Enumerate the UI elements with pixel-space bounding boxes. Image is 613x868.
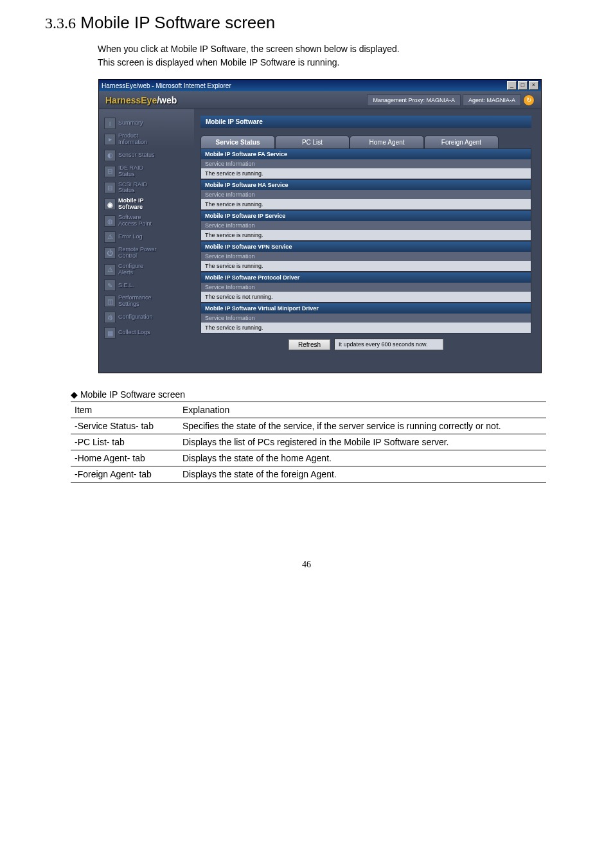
pencil-icon: ✎ <box>104 279 116 291</box>
service-status: The service is not running. <box>201 292 531 302</box>
tab-foreign-agent[interactable]: Foreign Agent <box>424 136 499 148</box>
service-status: The service is running. <box>201 168 531 179</box>
logs-icon: ▦ <box>104 327 116 339</box>
logo-prefix: HarnessEye <box>105 95 157 105</box>
sidebar-item-label: Mobile IPSoftware <box>118 198 144 211</box>
expl-cell: Displays the state of the home Agent. <box>179 450 546 466</box>
item-cell: -Foreign Agent- tab <box>71 466 179 483</box>
service-block: Mobile IP Software Virtual Miniport Driv… <box>200 303 531 333</box>
logo-suffix: /web <box>157 95 177 105</box>
sensor-icon: ◐ <box>104 150 116 161</box>
service-name: Mobile IP Software VPN Service <box>201 242 531 252</box>
window-title: HarnessEye/web - Microsoft Internet Expl… <box>102 82 231 89</box>
table-header-row: Item Explanation <box>71 402 546 418</box>
sidebar-item-label: Summary <box>118 120 143 127</box>
service-status: The service is running. <box>201 230 531 240</box>
content-panel: Mobile IP Software Service Status PC Lis… <box>194 109 541 373</box>
product-icon: ▸ <box>104 134 116 145</box>
sidebar-item-label: Collect Logs <box>118 330 150 336</box>
sidebar-item-label: SCSI RAIDStatus <box>118 182 147 195</box>
expl-cell: Displays the state of the foreign Agent. <box>179 466 546 483</box>
description-block: When you click at Mobile IP Software, th… <box>98 42 568 69</box>
definition-table: Item Explanation -Service Status- tab Sp… <box>71 402 546 483</box>
sidebar-item-label: Configuration <box>118 314 153 321</box>
service-status: The service is running. <box>201 199 531 209</box>
sidebar-item-collect-logs[interactable]: ▦ Collect Logs <box>102 325 191 341</box>
sidebar-item-product[interactable]: ▸ ProductInformation <box>102 131 191 148</box>
item-cell: -PC List- tab <box>71 434 179 450</box>
access-point-icon: ◍ <box>104 215 116 227</box>
sidebar: i Summary ▸ ProductInformation ◐ Sensor … <box>99 109 194 373</box>
raid-icon: ⊟ <box>104 166 116 177</box>
description-line1: When you click at Mobile IP Software, th… <box>98 42 568 56</box>
expl-cell: Specifies the state of the service, if t… <box>179 418 546 434</box>
sidebar-item-scsi-raid[interactable]: ⊟ SCSI RAIDStatus <box>102 180 191 197</box>
service-block: Mobile IP Software Protocol DriverServic… <box>200 272 531 303</box>
sidebar-item-label: IDE RAIDStatus <box>118 165 143 178</box>
service-status: The service is running. <box>201 261 531 271</box>
chart-icon: ◫ <box>104 296 116 307</box>
title-bar: HarnessEye/web - Microsoft Internet Expl… <box>99 80 541 91</box>
header-item: Item <box>71 402 179 418</box>
table-row: -Service Status- tab Specifies the state… <box>71 418 546 434</box>
sidebar-item-sensor[interactable]: ◐ Sensor Status <box>102 148 191 163</box>
sidebar-item-software-ap[interactable]: ◍ SoftwareAccess Point <box>102 213 191 229</box>
service-block: Mobile IP Software FA ServiceService Inf… <box>200 148 531 179</box>
alert-icon: ⚠ <box>104 264 116 276</box>
service-info-label: Service Information <box>201 221 531 230</box>
power-icon: ⏻ <box>104 247 116 259</box>
section-title: Mobile IP Software screen <box>80 13 275 32</box>
tab-pc-list[interactable]: PC List <box>275 136 350 148</box>
refresh-button[interactable]: Refresh <box>289 339 330 350</box>
header-bar: HarnessEye/web Management Proxy: MAGNIA-… <box>99 91 541 109</box>
header-explanation: Explanation <box>179 402 546 418</box>
sidebar-item-sel[interactable]: ✎ S.E.L. <box>102 278 191 293</box>
service-info-label: Service Information <box>201 159 531 168</box>
sidebar-item-label: PerformanceSettings <box>118 295 152 308</box>
service-name: Mobile IP Software IP Service <box>201 211 531 221</box>
header-right: Management Proxy: MAGNIA-A Agent: MAGNIA… <box>367 94 535 106</box>
sidebar-item-performance[interactable]: ◫ PerformanceSettings <box>102 293 191 310</box>
service-info-label: Service Information <box>201 283 531 292</box>
tab-home-agent[interactable]: Home Agent <box>350 136 424 148</box>
services-container: Mobile IP Software FA ServiceService Inf… <box>200 148 531 333</box>
gear-icon: ⚙ <box>104 312 116 323</box>
sidebar-item-configure-alerts[interactable]: ⚠ ConfigureAlerts <box>102 261 191 278</box>
service-name: Mobile IP Software HA Service <box>201 180 531 190</box>
sidebar-item-summary[interactable]: i Summary <box>102 116 191 131</box>
service-name: Mobile IP Software FA Service <box>201 149 531 159</box>
sidebar-item-label: SoftwareAccess Point <box>118 215 152 227</box>
maximize-button[interactable]: □ <box>518 81 528 90</box>
minimize-button[interactable]: _ <box>507 81 517 90</box>
sidebar-item-error-log[interactable]: ⚠ Error Log <box>102 229 191 245</box>
warning-icon: ⚠ <box>104 231 116 243</box>
table-row: -Foreign Agent- tab Displays the state o… <box>71 466 546 483</box>
service-block: Mobile IP Software HA ServiceService Inf… <box>200 179 531 210</box>
proxy-label: Management Proxy: MAGNIA-A <box>367 94 461 106</box>
info-icon: i <box>104 118 116 129</box>
description-line2: This screen is displayed when Mobile IP … <box>98 56 568 69</box>
panel-title: Mobile IP Software <box>200 116 531 128</box>
agent-label: Agent: MAGNIA-A <box>463 94 521 106</box>
section-heading: 3.3.6 Mobile IP Software screen <box>45 13 568 33</box>
item-cell: -Home Agent- tab <box>71 450 179 466</box>
table-row: -Home Agent- tab Displays the state of t… <box>71 450 546 466</box>
sidebar-item-label: S.E.L. <box>118 283 134 289</box>
close-button[interactable]: × <box>529 81 538 90</box>
definition-heading: ◆ Mobile IP Software screen <box>71 389 568 400</box>
sidebar-item-remote-power[interactable]: ⏻ Remote PowerControl <box>102 245 191 261</box>
tabs: Service Status PC List Home Agent Foreig… <box>200 136 531 148</box>
sidebar-item-label: ProductInformation <box>118 133 147 146</box>
table-row: -PC List- tab Displays the list of PCs r… <box>71 434 546 450</box>
refresh-icon[interactable]: ↻ <box>523 94 535 106</box>
sidebar-item-configuration[interactable]: ⚙ Configuration <box>102 310 191 325</box>
sidebar-item-mobile-ip[interactable]: ◉ Mobile IPSoftware <box>102 196 191 213</box>
sidebar-item-ide-raid[interactable]: ⊟ IDE RAIDStatus <box>102 163 191 180</box>
service-block: Mobile IP Software VPN ServiceService In… <box>200 241 531 272</box>
section-number: 3.3.6 <box>45 15 76 31</box>
service-info-label: Service Information <box>201 314 531 323</box>
raid-icon: ⊟ <box>104 182 116 193</box>
tab-service-status[interactable]: Service Status <box>200 136 275 148</box>
sidebar-item-label: Error Log <box>118 234 143 240</box>
service-status: The service is running. <box>201 323 531 333</box>
